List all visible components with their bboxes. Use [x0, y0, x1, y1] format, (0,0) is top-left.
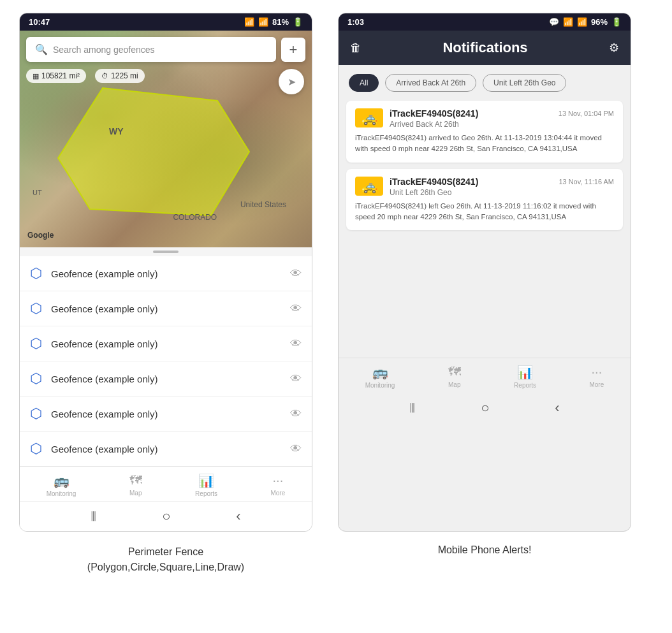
map-area[interactable]: 🔍 Search among geofences + ▦ 105821 mi² …: [20, 31, 312, 247]
search-icon: 🔍: [35, 43, 48, 55]
distance-chip: ⏱ 1225 mi: [95, 69, 145, 83]
list-item[interactable]: ⬡ Geofence (example only) 👁: [20, 397, 312, 432]
right-reports-label: Reports: [514, 382, 536, 389]
event-tag-1: Arrived Back At 26th: [390, 120, 614, 129]
list-item[interactable]: ⬡ Geofence (example only) 👁: [20, 432, 312, 466]
left-status-icons: 📶 📶 81% 🔋: [244, 17, 303, 27]
notif-device-row-1: iTrackEF4940S(8241) 13 Nov, 01:04 PM: [390, 108, 614, 119]
right-monitoring-label: Monitoring: [365, 382, 395, 389]
battery-icon: 🔋: [293, 17, 303, 27]
right-signal-icon: 📶: [577, 17, 587, 27]
reports-icon: 📊: [198, 473, 214, 488]
list-item[interactable]: ⬡ Geofence (example only) 👁: [20, 326, 312, 361]
compass-icon: ➤: [288, 76, 296, 88]
monitoring-label: Monitoring: [47, 490, 77, 497]
left-time: 10:47: [29, 17, 50, 27]
right-nav-monitoring[interactable]: 🚌 Monitoring: [365, 365, 395, 389]
notif-card-2[interactable]: 🚕 iTrackEF4940S(8241) 13 Nov, 11:16 AM U…: [346, 169, 623, 231]
scroll-pill: [153, 251, 179, 253]
more-icon: ···: [273, 473, 284, 488]
delete-icon[interactable]: 🗑: [350, 41, 362, 55]
right-battery: 96%: [591, 17, 608, 27]
right-nav-more[interactable]: ··· More: [589, 365, 604, 389]
left-caption: Perimeter Fence(Polygon,Circle,Square,Li…: [19, 544, 312, 575]
right-android-home-btn[interactable]: ○: [481, 400, 489, 416]
geo-eye-icon[interactable]: 👁: [290, 267, 302, 280]
geo-eye-icon[interactable]: 👁: [290, 372, 302, 386]
search-box[interactable]: 🔍 Search among geofences: [26, 37, 276, 62]
monitoring-icon: 🚌: [54, 473, 69, 488]
captions-row: Perimeter Fence(Polygon,Circle,Square,Li…: [0, 532, 672, 575]
map-nav-label: Map: [129, 490, 142, 497]
right-android-menu-btn[interactable]: ⦀: [409, 400, 415, 416]
notif-body-2: iTrackEF4940S(8241) left Geo 26th. At 11…: [355, 201, 614, 223]
compass-button[interactable]: ➤: [279, 69, 304, 94]
nav-reports[interactable]: 📊 Reports: [195, 473, 217, 497]
nav-more[interactable]: ··· More: [270, 473, 285, 497]
add-button[interactable]: +: [281, 38, 305, 62]
geo-label: Geofence (example only): [51, 268, 281, 279]
filter-all[interactable]: All: [349, 74, 379, 92]
map-info-bar: ▦ 105821 mi² ⏱ 1225 mi: [26, 69, 145, 83]
right-status-icons: 💬 📶 📶 96% 🔋: [549, 17, 622, 27]
android-home-btn[interactable]: ○: [162, 508, 170, 525]
reports-label: Reports: [195, 490, 217, 497]
nav-map[interactable]: 🗺 Map: [129, 473, 142, 497]
right-nav-reports[interactable]: 📊 Reports: [514, 365, 536, 389]
notif-card-header-1: 🚕 iTrackEF4940S(8241) 13 Nov, 01:04 PM A…: [355, 108, 614, 129]
right-more-icon: ···: [592, 365, 603, 379]
right-nav-map[interactable]: 🗺 Map: [448, 365, 461, 389]
notif-empty-area: [339, 230, 631, 358]
geofence-list: ⬡ Geofence (example only) 👁 ⬡ Geofence (…: [20, 256, 312, 466]
list-item[interactable]: ⬡ Geofence (example only) 👁: [20, 291, 312, 326]
right-phone: 1:03 💬 📶 📶 96% 🔋 🗑 Notifications ⚙ All A…: [338, 13, 631, 532]
notification-list: 🚕 iTrackEF4940S(8241) 13 Nov, 01:04 PM A…: [339, 101, 631, 230]
geo-label: Geofence (example only): [51, 303, 281, 314]
filter-left[interactable]: Unit Left 26th Geo: [483, 74, 566, 92]
right-battery-icon: 🔋: [611, 17, 622, 27]
right-more-label: More: [589, 381, 604, 388]
google-logo: Google: [27, 231, 54, 240]
timestamp-1: 13 Nov, 01:04 PM: [559, 110, 614, 117]
map-label-us: United States: [240, 200, 286, 209]
distance-icon: ⏱: [101, 72, 108, 80]
geo-shape-icon: ⬡: [30, 300, 42, 317]
filter-arrived[interactable]: Arrived Back At 26th: [385, 74, 476, 92]
list-item[interactable]: ⬡ Geofence (example only) 👁: [20, 361, 312, 397]
wifi-icon: 📶: [244, 17, 254, 27]
notif-device-row-2: iTrackEF4940S(8241) 13 Nov, 11:16 AM: [390, 177, 614, 187]
distance-value: 1225 mi: [111, 71, 138, 80]
settings-icon[interactable]: ⚙: [609, 41, 619, 55]
notif-header: 🗑 Notifications ⚙: [339, 31, 631, 65]
nav-monitoring[interactable]: 🚌 Monitoring: [47, 473, 77, 497]
list-item[interactable]: ⬡ Geofence (example only) 👁: [20, 256, 312, 291]
timestamp-2: 13 Nov, 11:16 AM: [559, 178, 614, 186]
right-bottom-nav: 🚌 Monitoring 🗺 Map 📊 Reports ··· More: [339, 358, 631, 393]
battery-left: 81%: [272, 17, 289, 27]
geo-eye-icon[interactable]: 👁: [290, 337, 302, 351]
left-phone: 10:47 📶 📶 81% 🔋 🔍 Search among geofences: [19, 13, 312, 532]
notif-card-1[interactable]: 🚕 iTrackEF4940S(8241) 13 Nov, 01:04 PM A…: [346, 101, 623, 163]
map-search-bar: 🔍 Search among geofences +: [26, 37, 305, 62]
geo-shape-icon: ⬡: [30, 335, 42, 352]
geo-eye-icon[interactable]: 👁: [290, 442, 302, 456]
geo-eye-icon[interactable]: 👁: [290, 302, 302, 316]
chat-icon: 💬: [549, 17, 559, 27]
android-back-btn[interactable]: ‹: [236, 508, 240, 525]
area-value: 105821 mi²: [41, 71, 80, 80]
left-status-bar: 10:47 📶 📶 81% 🔋: [20, 13, 312, 31]
svg-marker-0: [58, 88, 249, 215]
geo-label: Geofence (example only): [51, 338, 281, 349]
map-nav-icon: 🗺: [129, 473, 142, 488]
bottom-nav: 🚌 Monitoring 🗺 Map 📊 Reports ··· More: [20, 466, 312, 501]
android-nav: ⦀ ○ ‹: [20, 501, 312, 531]
scroll-indicator: [20, 247, 312, 256]
right-map-icon: 🗺: [448, 365, 461, 379]
car-icon-2: 🚕: [355, 177, 383, 196]
geo-eye-icon[interactable]: 👁: [290, 407, 302, 421]
right-status-bar: 1:03 💬 📶 📶 96% 🔋: [339, 13, 631, 31]
car-icon-1: 🚕: [355, 108, 383, 127]
android-menu-btn[interactable]: ⦀: [91, 508, 96, 525]
right-android-back-btn[interactable]: ‹: [555, 400, 559, 416]
map-label-wy: WY: [109, 126, 124, 136]
